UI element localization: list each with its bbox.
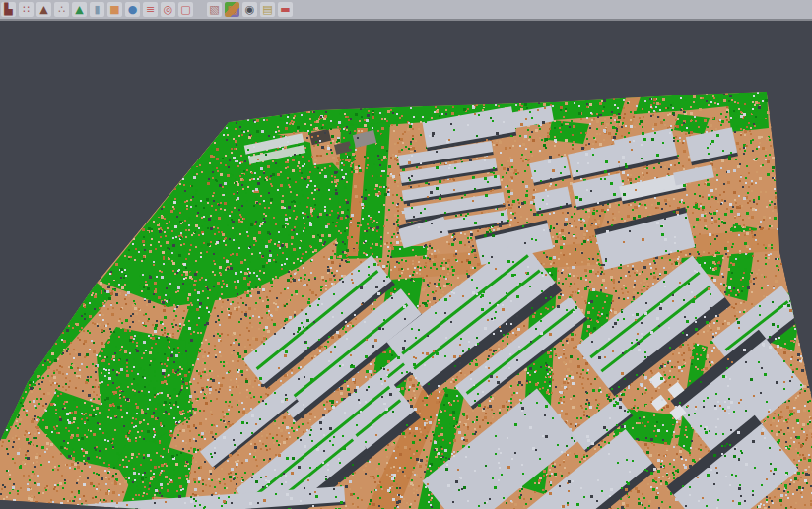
eraser-icon[interactable]: ▬ bbox=[278, 2, 293, 17]
colored-points-icon[interactable]: ∷ bbox=[19, 2, 34, 17]
ortho-image-icon[interactable]: ■ bbox=[107, 2, 122, 17]
scene-root bbox=[0, 92, 812, 509]
toolbar-separator bbox=[196, 2, 207, 17]
toolbar: ▙∷▲∴▲▮■●≡◎▢▧▩◉▤▬ bbox=[0, 0, 812, 21]
viewport-3d bbox=[0, 23, 812, 509]
classified-blocks-icon[interactable]: ▙ bbox=[1, 2, 16, 17]
globe-3d-icon[interactable]: ● bbox=[125, 2, 140, 17]
target-circle-icon[interactable]: ◎ bbox=[161, 2, 175, 17]
sparse-points-icon[interactable]: ∴ bbox=[54, 2, 69, 17]
binoculars-icon[interactable]: ◉ bbox=[242, 2, 257, 17]
selection-extent-icon[interactable]: ▢ bbox=[178, 2, 193, 17]
annotated-page-icon[interactable]: ▧ bbox=[207, 2, 222, 17]
profile-view-icon[interactable]: ▮ bbox=[90, 2, 104, 17]
measure-tools-icon[interactable]: ▤ bbox=[260, 2, 275, 17]
classification-palette-icon[interactable]: ▩ bbox=[225, 2, 239, 17]
table-list-icon[interactable]: ≡ bbox=[143, 2, 158, 17]
terrain-model-icon[interactable]: ▲ bbox=[72, 2, 87, 17]
tin-surface-icon[interactable]: ▲ bbox=[36, 2, 51, 17]
viewport-canvas[interactable] bbox=[0, 23, 812, 509]
